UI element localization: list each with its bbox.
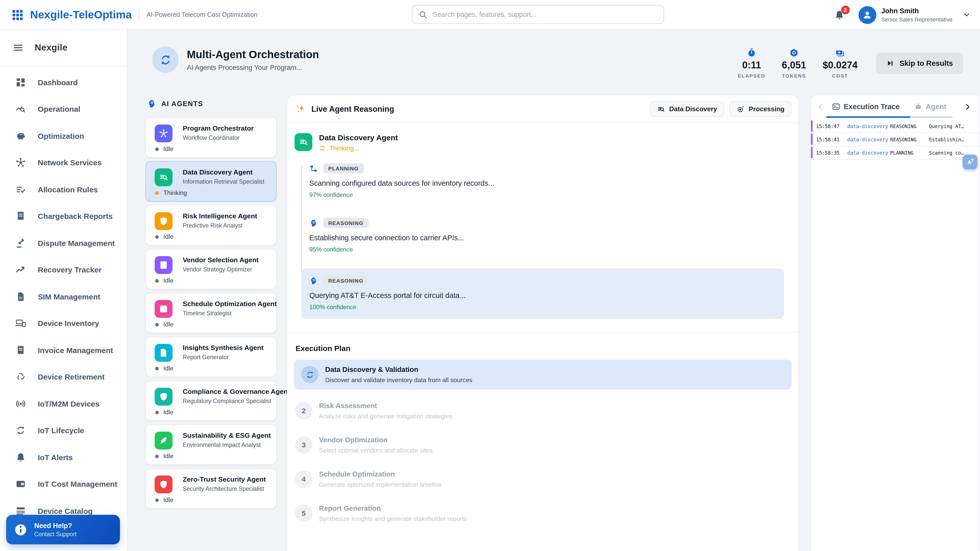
agent-card-schedule-optimization[interactable]: Schedule Optimization Agent Timeline Str… (145, 293, 277, 333)
gavel-icon (15, 238, 26, 248)
agent-name: Vendor Selection Agent (183, 256, 271, 264)
agent-role: Environmental Impact Analyst (183, 441, 271, 448)
skip-to-results-button[interactable]: Skip to Results (876, 52, 963, 74)
sidebar-item-label: Network Services (38, 159, 102, 167)
token-icon (789, 48, 799, 58)
step-desc: Discover and validate inventory data fro… (325, 376, 473, 384)
step-text: Schedule Optimization Generate optimized… (319, 470, 442, 488)
agent-name: Schedule Optimization Agent (183, 300, 271, 308)
calendar-icon (155, 300, 172, 318)
chevron-left-icon (816, 102, 825, 111)
trace-time: 15:58:47 (816, 124, 847, 129)
sidebar-item-device-inventory[interactable]: Device Inventory (0, 310, 127, 337)
trace-message: Querying AT… (929, 124, 980, 129)
sim-card-icon (15, 291, 26, 302)
skip-next-icon (886, 59, 894, 67)
entry-text: Querying AT&T E-Access portal for circui… (309, 291, 776, 300)
plan-step-5: 5 Report Generation Synthesize insights … (294, 499, 792, 527)
ai-head-icon (147, 99, 157, 108)
sidebar-item-operational[interactable]: Operational (0, 96, 127, 122)
tab-execution-trace[interactable]: Execution Trace (832, 103, 900, 111)
sync-icon (319, 145, 326, 151)
plan-step-2: 2 Risk Assessment Analyze risks and gene… (294, 397, 792, 425)
apps-grid-icon (11, 8, 24, 21)
sidebar-item-chargeback-reports[interactable]: Chargeback Reports (0, 203, 127, 230)
notifications-button[interactable]: 2 (834, 10, 845, 20)
tabs-scroll-right-button[interactable] (963, 102, 972, 111)
agent-card-program-orchestrator[interactable]: Program Orchestrator Workflow Coordinato… (145, 118, 277, 158)
info-icon (14, 523, 27, 537)
agent-name: Program Orchestrator (183, 124, 271, 133)
signal-icon (15, 399, 26, 409)
sidebar-item-dispute-management[interactable]: Dispute Management (0, 230, 127, 256)
page-title: Multi-Agent Orchestration (187, 48, 319, 60)
agent-name: Sustainability & ESG Agent (183, 432, 271, 440)
step-text: Data Discovery & Validation Discover and… (325, 366, 473, 384)
agent-card-zero-trust-security[interactable]: Zero-Trust Security Agent Security Archi… (145, 468, 277, 509)
sync-icon (15, 425, 26, 436)
trace-row[interactable]: 15:58:35 data-discovery PLANNING Scannin… (811, 146, 980, 160)
sidebar-item-recovery-tracker[interactable]: Recovery Tracker (0, 256, 127, 283)
trace-agent: data-discovery (847, 150, 890, 156)
entry-confidence: 95% confidence (309, 246, 791, 253)
sidebar-item-invoice-management[interactable]: Invoice Management (0, 337, 127, 364)
status-label: Idle (163, 365, 173, 372)
step-desc: Select optimal vendors and allocate site… (319, 447, 433, 454)
status-label: Idle (163, 409, 173, 416)
entry-confidence: 97% confidence (309, 191, 791, 198)
sidebar-item-dashboard[interactable]: Dashboard (0, 69, 127, 96)
user-avatar[interactable] (858, 6, 876, 24)
page-subtitle: AI Agents Processing Your Program... (187, 64, 319, 71)
agent-card-sustainability-esg[interactable]: Sustainability & ESG Agent Environmental… (145, 424, 277, 465)
app-root: Nexgile-TeleOptima AI-Powered Telecom Co… (0, 0, 980, 551)
plan-step-1-active[interactable]: Data Discovery & Validation Discover and… (294, 360, 792, 390)
global-search[interactable] (412, 5, 664, 24)
agent-status: Idle (155, 277, 173, 284)
sidebar-item-sim-management[interactable]: SIM Management (0, 283, 127, 310)
tab-agent-team[interactable]: Agent T (914, 103, 947, 111)
translate-button[interactable] (963, 155, 977, 169)
cash-icon (835, 48, 845, 58)
sidebar-item-iot-alerts[interactable]: IoT Alerts (0, 444, 127, 471)
tabs-scroll-left-button[interactable] (816, 102, 825, 111)
checklist-icon (15, 184, 26, 195)
sidebar-item-iot-m2m-devices[interactable]: IoT/M2M Devices (0, 390, 127, 417)
chevron-right-icon (963, 102, 972, 111)
search-input[interactable] (432, 10, 657, 19)
document-icon (155, 344, 172, 362)
sidebar-item-label: IoT/M2M Devices (38, 400, 100, 408)
filter-label: Processing (749, 105, 784, 113)
filter-processing-button[interactable]: Processing (729, 101, 792, 117)
step-title: Report Generation (319, 505, 467, 512)
agent-role: Timeline Strategist (183, 310, 271, 316)
sidebar-item-device-retirement[interactable]: Device Retirement (0, 364, 127, 390)
filter-data-discovery-button[interactable]: Data Discovery (650, 101, 724, 117)
stat-elapsed: 0:11 ELAPSED (738, 48, 765, 79)
sidebar-toggle-button[interactable] (13, 42, 24, 53)
plan-step-4: 4 Schedule Optimization Generate optimiz… (294, 465, 792, 493)
devices-icon (15, 318, 26, 329)
orchestration-icon (152, 46, 179, 73)
sidebar-item-iot-lifecycle[interactable]: IoT Lifecycle (0, 417, 127, 444)
agent-role: Vendor Strategy Optimizer (183, 266, 271, 272)
trace-level: REASONING (890, 124, 929, 129)
agent-card-compliance-governance[interactable]: Compliance & Governance Agent Regulatory… (145, 381, 277, 421)
sidebar-item-optimization[interactable]: Optimization (0, 122, 127, 149)
sidebar-item-allocation-rules[interactable]: Allocation Rules (0, 176, 127, 203)
agent-card-vendor-selection[interactable]: Vendor Selection Agent Vendor Strategy O… (145, 249, 277, 289)
agent-card-data-discovery[interactable]: Data Discovery Agent Information Retriev… (145, 161, 277, 202)
list-search-icon (155, 168, 172, 186)
agent-card-insights-synthesis[interactable]: Insights Synthesis Agent Report Generato… (145, 337, 277, 377)
stat-label: COST (832, 73, 848, 79)
agent-status: Idle (155, 453, 173, 460)
help-support-card[interactable]: Need Help? Contact Support (6, 515, 120, 545)
sidebar-item-iot-cost-management[interactable]: IoT Cost Management (0, 471, 127, 497)
brand: Nexgile-TeleOptima AI-Powered Telecom Co… (0, 0, 258, 30)
trace-row[interactable]: 15:58:47 data-discovery REASONING Queryi… (811, 120, 980, 133)
step-number: 4 (295, 470, 312, 488)
alert-bell-icon (15, 452, 26, 463)
agent-card-risk-intelligence[interactable]: Risk Intelligence Agent Predictive Risk … (145, 205, 277, 245)
sidebar-item-network-services[interactable]: Network Services (0, 149, 127, 176)
trace-row[interactable]: 15:58:41 data-discovery REASONING Establ… (811, 133, 980, 146)
user-menu-button[interactable] (963, 11, 971, 19)
